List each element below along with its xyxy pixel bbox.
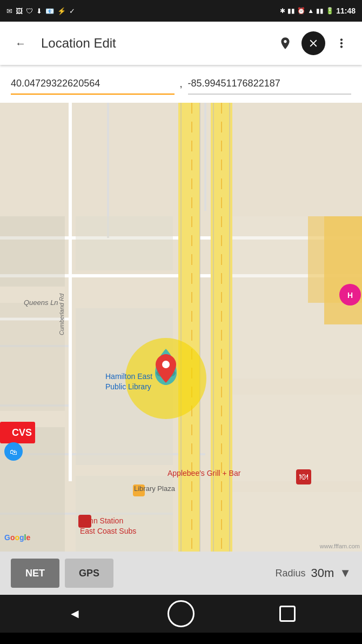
app-bar-title: Location Edit [41, 36, 265, 51]
status-bar: ✉ 🖼 🛡 ⬇ 📧 ⚡ ✓ ✱ ▮▮ ⏰ ▲ ▮▮ 🔋 11:48 [0, 0, 362, 22]
svg-text:H: H [347, 291, 353, 300]
time-display: 11:48 [336, 6, 356, 15]
latitude-input[interactable] [11, 74, 175, 95]
longitude-input[interactable] [188, 74, 352, 95]
app-bar-actions [273, 31, 353, 55]
system-nav-bar: ◄ [0, 595, 362, 633]
network-icon: ▮▮ [316, 7, 324, 15]
check-icon: ✓ [69, 7, 75, 15]
nav-home-button[interactable] [167, 600, 195, 627]
signal-icon: ▮▮ [287, 7, 295, 15]
bluetooth-icon: ✱ [280, 7, 285, 15]
svg-rect-25 [0, 303, 65, 411]
svg-text:Applebee's Grill + Bar: Applebee's Grill + Bar [167, 469, 241, 477]
svg-text:East Coast Subs: East Coast Subs [80, 527, 136, 535]
back-button[interactable]: ← [9, 31, 32, 55]
net-button[interactable]: NET [11, 559, 59, 588]
radius-value: 30m [311, 566, 334, 580]
svg-text:Penn Station: Penn Station [80, 516, 123, 525]
mail-icon: 📧 [45, 7, 54, 15]
close-button[interactable] [301, 31, 325, 55]
radius-section: Radius 30m ▼ [119, 566, 351, 580]
gmail-icon: ✉ [6, 7, 12, 15]
coordinates-bar: , [0, 65, 362, 103]
nav-back-button[interactable]: ◄ [61, 600, 88, 627]
shield-icon: 🛡 [26, 7, 33, 15]
status-icons-right: ✱ ▮▮ ⏰ ▲ ▮▮ 🔋 11:48 [280, 6, 356, 15]
status-icons-left: ✉ 🖼 🛡 ⬇ 📧 ⚡ ✓ [6, 7, 75, 15]
fffam-watermark: www.fffam.com [320, 543, 360, 549]
svg-text:🍽: 🍽 [299, 472, 308, 481]
google-watermark: G o o g l e [4, 533, 30, 542]
location-pin-button[interactable] [273, 31, 297, 55]
svg-rect-27 [76, 216, 173, 270]
svg-text:Library Plaza: Library Plaza [134, 484, 176, 493]
svg-rect-24 [0, 216, 65, 287]
radius-label: Radius [275, 568, 305, 579]
svg-rect-12 [178, 103, 200, 552]
svg-text:CVS: CVS [12, 427, 32, 438]
alarm-icon: ⏰ [297, 7, 305, 15]
photo-icon: 🖼 [16, 7, 23, 15]
svg-text:🛍: 🛍 [10, 448, 17, 456]
svg-text:Public Library: Public Library [105, 382, 151, 391]
gps-button[interactable]: GPS [65, 559, 113, 588]
download-icon: ⬇ [36, 7, 42, 15]
more-options-button[interactable] [330, 31, 353, 55]
svg-rect-31 [232, 395, 362, 481]
bottom-controls-bar: NET GPS Radius 30m ▼ [0, 552, 362, 595]
nav-recents-button[interactable] [274, 600, 301, 627]
app-bar: ← Location Edit [0, 22, 362, 65]
flash-icon: ⚡ [57, 7, 66, 15]
coord-separator: , [180, 78, 183, 90]
radius-dropdown-button[interactable]: ▼ [339, 566, 351, 580]
svg-text:Queens Ln: Queens Ln [24, 298, 58, 307]
svg-point-43 [162, 361, 170, 368]
map-view[interactable]: H CVS 🛍 🍽 🏪 🏪 37 38 [0, 103, 362, 552]
wifi-icon: ▲ [307, 7, 314, 15]
svg-text:Cumberland Rd: Cumberland Rd [58, 293, 65, 335]
svg-text:Hamilton East: Hamilton East [105, 372, 152, 381]
battery-icon: 🔋 [326, 7, 334, 15]
